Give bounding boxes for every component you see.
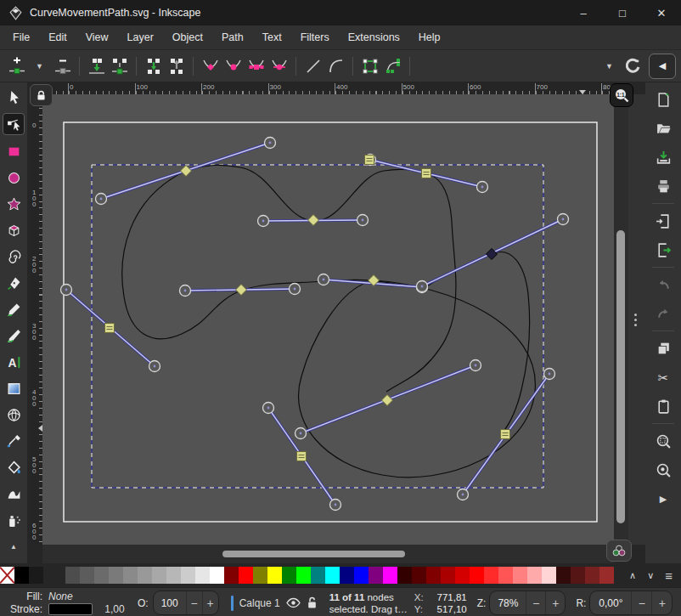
opacity-increase-button[interactable]: + (202, 591, 218, 614)
vertical-scrollbar-thumb[interactable] (616, 230, 625, 523)
swatch[interactable] (354, 567, 369, 584)
menu-layer[interactable]: Layer (118, 27, 163, 48)
menu-help[interactable]: Help (409, 27, 450, 48)
vertical-ruler[interactable]: 01 0 02 0 03 0 04 0 05 0 06 0 0 (31, 94, 42, 545)
make-line-button[interactable] (301, 54, 324, 77)
swatch[interactable] (527, 567, 542, 584)
selector-tool[interactable] (3, 87, 24, 107)
swatch[interactable] (397, 567, 412, 584)
layer-indicator[interactable]: Calque 1 (231, 596, 318, 611)
menu-object[interactable]: Object (163, 27, 212, 48)
delete-node-button[interactable] (51, 54, 74, 77)
swatch[interactable] (195, 567, 210, 584)
zoom-value[interactable]: 78% (490, 597, 526, 609)
path-node-square[interactable] (105, 324, 115, 333)
close-button[interactable]: ✕ (642, 0, 681, 25)
snap-toggle-button[interactable] (621, 54, 644, 77)
swatch[interactable] (383, 567, 397, 584)
rotation-increase-button[interactable]: + (651, 591, 672, 614)
join-with-segment-button[interactable] (142, 54, 165, 77)
opacity-decrease-button[interactable]: − (186, 591, 202, 614)
more-commands-button[interactable]: ▶ (654, 490, 673, 507)
opacity-value[interactable]: 100 (154, 597, 186, 609)
object-to-path-button[interactable] (358, 54, 381, 77)
insert-node-menu-button[interactable]: ▼ (28, 54, 51, 77)
rotation-spinbox[interactable]: 0,00° − + (589, 591, 673, 615)
calligraphy-tool[interactable] (3, 325, 24, 346)
swatch[interactable] (296, 567, 311, 584)
swatch[interactable] (325, 567, 340, 584)
open-document-button[interactable] (654, 120, 673, 137)
make-smooth-button[interactable] (222, 54, 245, 77)
tweak-tool[interactable] (3, 483, 24, 504)
more-tools-button[interactable]: ▲ (3, 536, 24, 557)
zoom-1-1-button[interactable]: 1:1 (610, 83, 633, 107)
make-curve-button[interactable] (324, 54, 347, 77)
menu-text[interactable]: Text (253, 27, 291, 48)
swatch[interactable] (239, 567, 253, 584)
swatch[interactable] (585, 567, 599, 584)
swatch[interactable] (181, 567, 195, 584)
toolbar-overflow-button[interactable]: ▼ (598, 54, 621, 77)
undo-button[interactable] (654, 276, 673, 293)
bezier-path[interactable] (122, 171, 399, 339)
path-node-square[interactable] (422, 169, 431, 178)
palette-scroll-down-button[interactable]: ∨ (647, 570, 654, 581)
gradient-tool[interactable] (3, 378, 24, 398)
dock-resize-grip[interactable] (628, 94, 645, 545)
make-auto-smooth-button[interactable] (267, 54, 290, 77)
swatch[interactable] (571, 567, 585, 584)
swatch[interactable] (556, 567, 571, 584)
swatch-none[interactable] (0, 567, 14, 584)
swatch[interactable] (109, 567, 123, 584)
paint-bucket-tool[interactable] (3, 457, 24, 478)
swatch[interactable] (253, 567, 267, 584)
swatch[interactable] (599, 567, 614, 584)
swatch[interactable] (369, 567, 383, 584)
spiral-tool[interactable] (3, 246, 24, 267)
path-node-square[interactable] (365, 155, 374, 165)
swatch[interactable] (282, 567, 296, 584)
opacity-spinbox[interactable]: 100 − + (153, 591, 219, 615)
mesh-gradient-tool[interactable] (3, 404, 24, 425)
spray-tool[interactable] (3, 510, 24, 530)
ruler-lock-button[interactable] (30, 84, 53, 106)
swatch[interactable] (138, 567, 152, 584)
make-corner-button[interactable] (199, 54, 222, 77)
fill-value[interactable]: None (48, 591, 98, 602)
swatch[interactable] (441, 567, 455, 584)
insert-node-button[interactable] (5, 54, 28, 77)
path-node-diamond[interactable] (181, 166, 192, 177)
swatch[interactable] (340, 567, 354, 584)
menu-file[interactable]: File (3, 27, 39, 48)
menu-filters[interactable]: Filters (291, 27, 339, 48)
swatch[interactable] (29, 567, 43, 584)
pen-tool[interactable] (3, 273, 24, 293)
swatch[interactable] (152, 567, 166, 584)
path-node-diamond[interactable] (382, 395, 393, 406)
stroke-color-swatch[interactable] (48, 603, 93, 615)
swatch[interactable] (484, 567, 498, 584)
duplicate-button[interactable] (654, 340, 673, 357)
swatch[interactable] (267, 567, 282, 584)
bezier-path[interactable] (298, 280, 535, 478)
collapse-dialog-button[interactable]: ◀ (649, 54, 676, 79)
break-node-button[interactable] (85, 54, 108, 77)
pencil-tool[interactable] (3, 299, 24, 319)
import-button[interactable] (654, 212, 673, 229)
swatch[interactable] (94, 567, 109, 584)
swatch[interactable] (210, 567, 224, 584)
horizontal-ruler[interactable]: 0100200300400500600700800 (42, 82, 614, 94)
layer-lock-open-icon[interactable] (307, 596, 318, 609)
rotation-value[interactable]: 0,00° (590, 597, 631, 609)
print-button[interactable] (654, 178, 673, 195)
menu-view[interactable]: View (76, 27, 118, 48)
star-tool[interactable] (3, 194, 24, 214)
swatch[interactable] (65, 567, 80, 584)
swatch[interactable] (14, 567, 29, 584)
rotation-decrease-button[interactable]: − (631, 591, 651, 614)
swatch[interactable] (426, 567, 441, 584)
layer-name[interactable]: Calque 1 (239, 597, 280, 609)
swatch[interactable] (166, 567, 181, 584)
path-node-diamond[interactable] (308, 215, 319, 226)
